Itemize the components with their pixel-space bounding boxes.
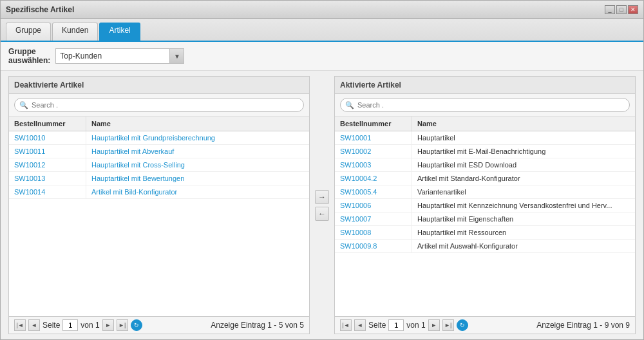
window-controls: _ □ ✕: [605, 5, 638, 14]
right-row-name: Variantenartikel: [412, 185, 635, 198]
right-col-name: Name: [412, 117, 635, 131]
right-last-page-button[interactable]: ►|: [442, 319, 454, 331]
left-search-input[interactable]: [14, 98, 304, 112]
content-area: Deaktivierte Artikel Bestellnummer Name …: [1, 71, 643, 339]
table-row[interactable]: SW10002Hauptartikel mit E-Mail-Benachric…: [335, 145, 635, 158]
close-button[interactable]: ✕: [628, 5, 638, 14]
right-row-name: Hauptartikel mit Eigenschaften: [412, 212, 635, 225]
table-row[interactable]: SW10009.8Artikel mit Auswahl-Konfigurato…: [335, 240, 635, 253]
right-row-id[interactable]: SW10008: [335, 226, 412, 239]
table-row[interactable]: SW10011Hauptartikel mit Abverkauf: [9, 145, 309, 158]
move-left-button[interactable]: ←: [315, 207, 329, 221]
left-first-page-button[interactable]: |◄: [14, 319, 26, 331]
move-right-button[interactable]: →: [315, 190, 329, 204]
right-col-bestellnummer: Bestellnummer: [335, 117, 412, 131]
right-page-label: Seite: [368, 321, 386, 330]
title-bar: Spezifische Artikel _ □ ✕: [1, 1, 643, 19]
right-search-input[interactable]: [340, 98, 630, 112]
right-row-name: Artikel mit Standard-Konfigurator: [412, 172, 635, 185]
right-row-id[interactable]: SW10005.4: [335, 185, 412, 198]
right-page-input[interactable]: [388, 319, 404, 331]
table-row[interactable]: SW10006Hauptartikel mit Kennzeichnung Ve…: [335, 199, 635, 212]
table-row[interactable]: SW10008Hauptartikel mit Ressourcen: [335, 226, 635, 240]
gruppe-dropdown[interactable]: Top-Kunden ▼: [55, 48, 184, 64]
table-row[interactable]: SW10003Hauptartikel mit ESD Download: [335, 158, 635, 172]
maximize-button[interactable]: □: [616, 5, 627, 14]
left-row-name: Hauptartikel mit Grundpreisberechnung: [86, 131, 309, 144]
left-row-name: Artikel mit Bild-Konfigurator: [86, 185, 309, 198]
left-panel: Deaktivierte Artikel Bestellnummer Name …: [8, 76, 310, 334]
left-row-name: Hauptartikel mit Abverkauf: [86, 145, 309, 158]
right-row-id[interactable]: SW10002: [335, 145, 412, 158]
left-row-id[interactable]: SW10013: [9, 172, 86, 185]
right-row-id[interactable]: SW10009.8: [335, 240, 412, 252]
left-refresh-button[interactable]: ↻: [131, 319, 142, 331]
left-page-input[interactable]: [62, 319, 78, 331]
table-row[interactable]: SW10014Artikel mit Bild-Konfigurator: [9, 185, 309, 199]
minimize-button[interactable]: _: [605, 5, 615, 14]
left-row-id[interactable]: SW10014: [9, 185, 86, 198]
left-row-id[interactable]: SW10010: [9, 131, 86, 144]
right-row-id[interactable]: SW10003: [335, 158, 412, 171]
dropdown-arrow-icon[interactable]: ▼: [169, 49, 184, 63]
tab-bar: Gruppe Kunden Artikel: [1, 19, 643, 42]
left-row-id[interactable]: SW10012: [9, 158, 86, 171]
right-row-name: Hauptartikel mit Kennzeichnung Versandko…: [412, 199, 635, 212]
left-col-name: Name: [86, 117, 309, 131]
tab-artikel[interactable]: Artikel: [99, 23, 140, 41]
right-panel-footer: |◄ ◄ Seite von 1 ► ►| ↻ Anzeige Eintrag …: [335, 316, 635, 334]
right-first-page-button[interactable]: |◄: [340, 319, 352, 331]
left-last-page-button[interactable]: ►|: [117, 319, 128, 331]
left-of-label: von 1: [80, 321, 99, 330]
right-refresh-button[interactable]: ↻: [457, 319, 468, 331]
table-row[interactable]: SW10005.4Variantenartikel: [335, 185, 635, 199]
right-panel-title: Aktivierte Artikel: [335, 77, 635, 94]
right-table-header: Bestellnummer Name: [335, 117, 635, 131]
right-row-name: Hauptartikel mit Ressourcen: [412, 226, 635, 239]
right-row-name: Hauptartikel mit E-Mail-Benachrichtigung: [412, 145, 635, 158]
table-row[interactable]: SW10007Hauptartikel mit Eigenschaften: [335, 212, 635, 226]
left-prev-page-button[interactable]: ◄: [28, 319, 40, 331]
left-panel-title: Deaktivierte Artikel: [9, 77, 309, 94]
main-window: Spezifische Artikel _ □ ✕ Gruppe Kunden …: [0, 0, 644, 340]
toolbar: Gruppeauswählen: Top-Kunden ▼: [1, 42, 643, 71]
right-search-bar: [335, 94, 635, 117]
tab-gruppe[interactable]: Gruppe: [6, 23, 51, 41]
right-of-label: von 1: [406, 321, 425, 330]
left-search-bar: [9, 94, 309, 117]
left-row-name: Hauptartikel mit Cross-Selling: [86, 158, 309, 171]
right-row-name: Artikel mit Auswahl-Konfigurator: [412, 240, 635, 252]
table-row[interactable]: SW10013Hauptartikel mit Bewertungen: [9, 172, 309, 185]
right-status-text: Anzeige Eintrag 1 - 9 von 9: [536, 321, 630, 330]
table-row[interactable]: SW10001Hauptartikel: [335, 131, 635, 145]
window-title: Spezifische Artikel: [6, 5, 74, 14]
right-table-body: SW10001HauptartikelSW10002Hauptartikel m…: [335, 131, 635, 316]
left-next-page-button[interactable]: ►: [102, 319, 114, 331]
right-row-id[interactable]: SW10007: [335, 212, 412, 225]
left-panel-footer: |◄ ◄ Seite von 1 ► ►| ↻ Anzeige Eintrag …: [9, 316, 309, 334]
right-row-id[interactable]: SW10001: [335, 131, 412, 144]
table-row[interactable]: SW10012Hauptartikel mit Cross-Selling: [9, 158, 309, 172]
right-row-name: Hauptartikel: [412, 131, 635, 144]
left-status-text: Anzeige Eintrag 1 - 5 von 5: [211, 321, 304, 330]
table-row[interactable]: SW10010Hauptartikel mit Grundpreisberech…: [9, 131, 309, 145]
middle-buttons: → ←: [312, 76, 332, 334]
left-row-id[interactable]: SW10011: [9, 145, 86, 158]
left-page-label: Seite: [43, 321, 60, 330]
left-table-header: Bestellnummer Name: [9, 117, 309, 131]
tab-kunden[interactable]: Kunden: [52, 23, 98, 41]
left-table-body: SW10010Hauptartikel mit Grundpreisberech…: [9, 131, 309, 316]
right-next-page-button[interactable]: ►: [428, 319, 440, 331]
right-panel: Aktivierte Artikel Bestellnummer Name SW…: [334, 76, 636, 334]
left-row-name: Hauptartikel mit Bewertungen: [86, 172, 309, 185]
right-row-id[interactable]: SW10006: [335, 199, 412, 212]
right-row-id[interactable]: SW10004.2: [335, 172, 412, 185]
left-col-bestellnummer: Bestellnummer: [9, 117, 86, 131]
gruppe-label: Gruppeauswählen:: [8, 47, 50, 65]
dropdown-value: Top-Kunden: [56, 52, 169, 61]
table-row[interactable]: SW10004.2Artikel mit Standard-Konfigurat…: [335, 172, 635, 185]
right-prev-page-button[interactable]: ◄: [354, 319, 366, 331]
right-row-name: Hauptartikel mit ESD Download: [412, 158, 635, 171]
